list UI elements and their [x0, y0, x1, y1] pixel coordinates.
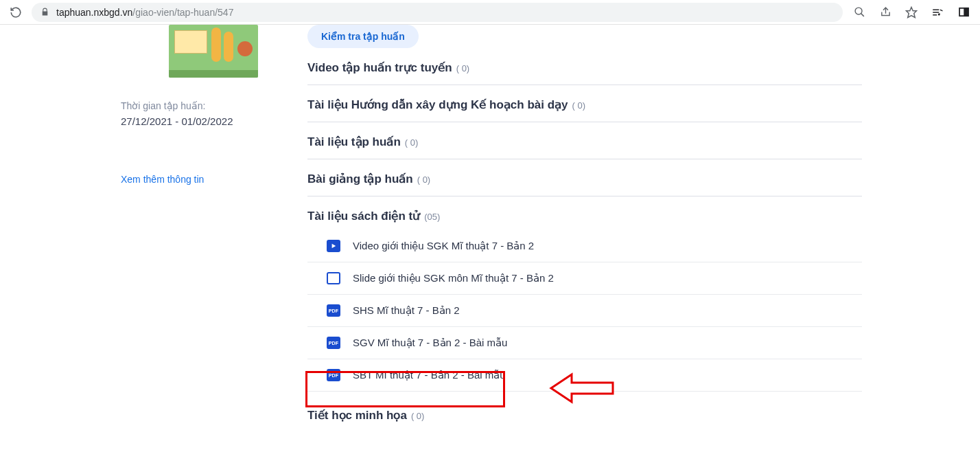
reload-icon[interactable] — [10, 6, 22, 19]
browser-toolbar: taphuan.nxbgd.vn/giao-vien/tap-huan/547 — [0, 0, 980, 25]
section: Tài liệu tập huấn( 0) — [307, 122, 862, 159]
section-title: Tài liệu tập huấn — [307, 135, 401, 149]
pdf-icon: PDF — [327, 337, 340, 349]
svg-rect-4 — [933, 12, 939, 13]
section: Bài giảng tập huấn( 0) — [307, 159, 862, 196]
svg-rect-5 — [933, 14, 937, 16]
doc-item[interactable]: Slide giới thiệu SGK môn Mĩ thuật 7 - Bả… — [307, 262, 862, 295]
section-count: ( 0) — [456, 63, 470, 74]
zoom-icon[interactable] — [852, 5, 866, 19]
svg-rect-7 — [964, 8, 968, 16]
doc-label: SHS Mĩ thuật 7 - Bản 2 — [353, 304, 460, 317]
section: Tài liệu Hướng dẫn xây dựng Kế hoạch bài… — [307, 85, 862, 122]
section-count: ( 0) — [417, 175, 431, 185]
docs-section-title: Tài liệu sách điện tử — [307, 209, 420, 223]
browser-actions — [852, 5, 970, 19]
main-column: Kiểm tra tập huấn Video tập huấn trực tu… — [296, 25, 980, 432]
pdf-icon: PDF — [327, 369, 340, 381]
section-title: Tiết học minh họa — [307, 408, 407, 423]
doc-item[interactable]: PDFSBT Mĩ thuật 7 - Bản 2 - Bài mẫu — [307, 359, 862, 392]
svg-marker-2 — [907, 7, 917, 17]
svg-rect-3 — [933, 9, 939, 10]
section: Video tập huấn trực tuyến( 0) — [307, 48, 862, 85]
section-count: ( 0) — [405, 137, 419, 148]
svg-marker-8 — [332, 244, 336, 248]
url-bar[interactable]: taphuan.nxbgd.vn/giao-vien/tap-huan/547 — [32, 3, 843, 22]
panel-icon[interactable] — [957, 5, 970, 19]
svg-point-0 — [855, 8, 862, 14]
doc-label: SGV Mĩ thuật 7 - Bản 2 - Bài mẫu — [353, 337, 507, 349]
more-info-link[interactable]: Xem thêm thông tin — [121, 174, 296, 185]
sidebar: Thời gian tập huấn: 27/12/2021 - 01/02/2… — [121, 25, 296, 432]
section-title: Video tập huấn trực tuyến — [307, 60, 452, 75]
doc-item[interactable]: PDFSGV Mĩ thuật 7 - Bản 2 - Bài mẫu — [307, 327, 862, 359]
docs-section-count: (05) — [424, 212, 440, 222]
last-section: Tiết học minh họa ( 0) — [307, 392, 862, 432]
time-range: 27/12/2021 - 01/02/2022 — [121, 115, 296, 127]
url-text: taphuan.nxbgd.vn/giao-vien/tap-huan/547 — [56, 7, 233, 18]
section-title: Bài giảng tập huấn — [307, 172, 413, 186]
share-icon[interactable] — [878, 5, 892, 19]
section-count: ( 0) — [411, 411, 425, 421]
course-thumbnail — [169, 25, 258, 78]
pdf-icon: PDF — [327, 304, 340, 317]
page-content: Thời gian tập huấn: 27/12/2021 - 01/02/2… — [0, 25, 980, 432]
music-icon[interactable] — [931, 5, 944, 19]
time-label: Thời gian tập huấn: — [121, 100, 296, 111]
doc-label: Slide giới thiệu SGK môn Mĩ thuật 7 - Bả… — [353, 272, 554, 284]
doc-item[interactable]: PDFSHS Mĩ thuật 7 - Bản 2 — [307, 295, 862, 327]
doc-label: SBT Mĩ thuật 7 - Bản 2 - Bài mẫu — [353, 369, 506, 381]
section-title: Tài liệu Hướng dẫn xây dựng Kế hoạch bài… — [307, 98, 568, 112]
star-icon[interactable] — [905, 5, 918, 19]
video-icon — [327, 240, 340, 252]
section-count: ( 0) — [572, 100, 586, 111]
lock-icon — [40, 8, 49, 17]
svg-line-1 — [861, 14, 863, 16]
doc-label: Video giới thiệu SGK Mĩ thuật 7 - Bản 2 — [353, 240, 534, 252]
docs-section: Tài liệu sách điện tử (05) Video giới th… — [307, 196, 862, 392]
doc-item[interactable]: Video giới thiệu SGK Mĩ thuật 7 - Bản 2 — [307, 230, 862, 262]
slide-icon — [327, 272, 340, 284]
test-button[interactable]: Kiểm tra tập huấn — [307, 25, 419, 48]
